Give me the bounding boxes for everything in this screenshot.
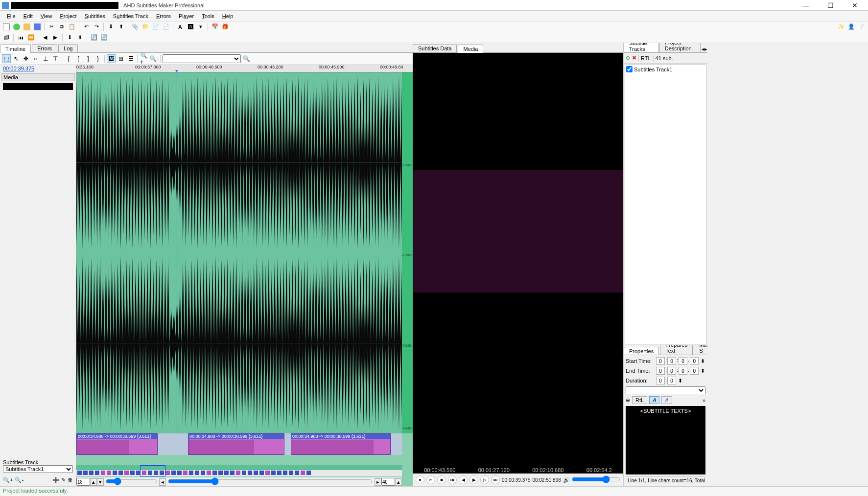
track-delete-icon[interactable]: 🗑 [68,477,73,483]
font-select[interactable] [626,386,705,394]
close-button[interactable]: ✕ [847,1,862,9]
zoom-down-icon[interactable]: ▾ [97,478,104,486]
menu-player[interactable]: Player [175,12,198,20]
menu-view[interactable]: View [37,12,56,20]
pointer-tool-icon[interactable]: ↖ [12,54,21,63]
menu-subtitles[interactable]: Subtitles [81,12,109,20]
tab-timeline[interactable]: Timeline [0,45,31,53]
grid-icon[interactable]: ⊞ [117,54,125,63]
select-tool-icon[interactable]: ⬚ [2,54,11,63]
end-m[interactable] [667,367,676,375]
skip-back-player-icon[interactable]: ⏮ [448,475,457,484]
redo-icon[interactable]: ↷ [92,23,101,31]
bold-icon[interactable]: A [176,23,185,31]
menu-project[interactable]: Project [56,12,80,20]
start-m[interactable] [667,357,676,365]
add-track-icon[interactable]: ⊕ [626,55,630,61]
zoom-in-icon[interactable]: 🔍+ [140,54,148,63]
menu-subtitles-track[interactable]: Subtitles Track [109,12,152,20]
bracket-close-icon[interactable]: } [94,54,102,63]
maximize-button[interactable]: ☐ [823,1,838,9]
timeline-time-label[interactable]: 00:00:39.375 [0,65,76,72]
tab-log[interactable]: Log [58,44,78,52]
mark-in-icon[interactable]: ⬇ [65,33,74,42]
prev-player-icon[interactable]: ◀ [459,475,468,484]
mark-out-icon[interactable]: ⬆ [75,33,84,42]
track-edit-icon[interactable]: ✎ [61,477,66,483]
subtitles-track-select[interactable]: Subtitles Track1 [3,465,73,473]
h-move-icon[interactable]: ↔ [31,54,40,63]
minimap[interactable] [76,465,402,476]
paste-icon[interactable]: 📋 [68,23,76,31]
volume-icon[interactable]: 🔊 [563,477,570,483]
start-ms[interactable] [690,357,699,365]
tab-subtitles-data[interactable]: Subtitles Data [413,44,457,52]
end-h[interactable] [656,367,665,375]
folder-icon[interactable]: 📁 [141,23,150,31]
rtl-button[interactable]: RtL [632,396,647,404]
menu-tools[interactable]: Tools [198,12,218,20]
gift-icon[interactable]: 🎁 [221,23,230,31]
rewind-icon[interactable]: ⏪ [26,33,35,42]
record-icon[interactable]: ● [416,475,424,484]
tab-errors[interactable]: Errors [32,44,57,52]
font-icon[interactable]: 🅰 [186,23,195,31]
menu-errors[interactable]: Errors [152,12,175,20]
move-tool-icon[interactable]: ✥ [22,54,30,63]
bracket-l-icon[interactable]: [ [74,54,83,63]
tab-media[interactable]: Media [458,45,483,53]
end-ms[interactable] [690,367,699,375]
track-add-icon[interactable]: ➕ [52,477,59,483]
import-icon[interactable]: ⬇ [106,23,115,31]
dropdown-icon[interactable]: ▾ [196,23,205,31]
user-icon[interactable]: 👤 [847,23,856,31]
play-icon[interactable]: ▶ [469,475,478,484]
track-item[interactable]: Subtitles Track1 [626,66,705,72]
menu-help[interactable]: Help [218,12,237,20]
merge-icon[interactable]: ⊤ [51,54,60,63]
video-display[interactable] [413,53,623,467]
end-stepper-icon[interactable]: ⬍ [701,368,705,374]
help-icon[interactable]: ❔ [857,23,866,31]
skip-back-icon[interactable]: ⏮ [16,33,25,42]
copy-icon[interactable]: ⧉ [57,23,66,31]
dur-ms[interactable] [667,377,676,384]
list-icon[interactable]: ☰ [126,54,135,63]
start-h[interactable] [656,357,665,365]
collapse-icon[interactable]: ⊕ [626,397,630,404]
dur-s[interactable] [656,377,665,384]
cut-player-icon[interactable]: ✂ [426,475,435,484]
rtl-toggle[interactable]: RTL [641,55,651,61]
minimize-button[interactable]: — [798,1,813,9]
save-icon[interactable] [33,23,42,31]
subtitle-track[interactable]: 00:00:34.988 -> 00:00:38.599 {3.611} 00:… [76,433,402,455]
refresh-icon[interactable]: 🔄 [90,33,98,42]
refresh2-icon[interactable]: 🔄 [100,33,109,42]
track-checkbox[interactable] [626,66,633,72]
tab-subtitle-tracks[interactable]: Subtitle Tracks [624,43,658,53]
volume-slider[interactable] [572,475,620,483]
new-project-icon[interactable] [12,23,21,31]
menu-file[interactable]: File [3,12,20,20]
expand-arrows-icon[interactable]: » [703,397,705,403]
cut-icon[interactable]: ✂ [47,23,56,31]
new-icon[interactable] [2,23,11,31]
font-color-icon[interactable]: A [661,396,672,404]
zoom-slider[interactable] [106,477,157,485]
bracket-r-icon[interactable]: ] [84,54,93,63]
doc2-icon[interactable]: 📄 [162,23,170,31]
clip-icon[interactable]: 📎 [131,23,140,31]
time-ruler[interactable]: 0:35.100 00:00:37.800 00:00:40.500 00:00… [76,65,413,72]
subtitle-text-preview[interactable]: <SUBTITLE TEXTS> [626,406,705,474]
stop-icon[interactable]: ■ [437,475,446,484]
next-icon[interactable]: ▶ [51,33,60,42]
scroll-right-value[interactable] [381,478,395,486]
waveform-display[interactable] [76,72,402,433]
open-icon[interactable] [23,23,31,31]
playhead[interactable] [177,72,177,455]
doc-icon[interactable]: 📄 [151,23,160,31]
undo-icon[interactable]: ↶ [82,23,91,31]
subtitle-block[interactable]: 00:00:34.988 -> 00:00:38.599 {3.611} [76,433,158,455]
zoom-up-icon[interactable]: ▴ [90,478,97,486]
remove-track-icon[interactable]: ✖ [632,55,636,61]
